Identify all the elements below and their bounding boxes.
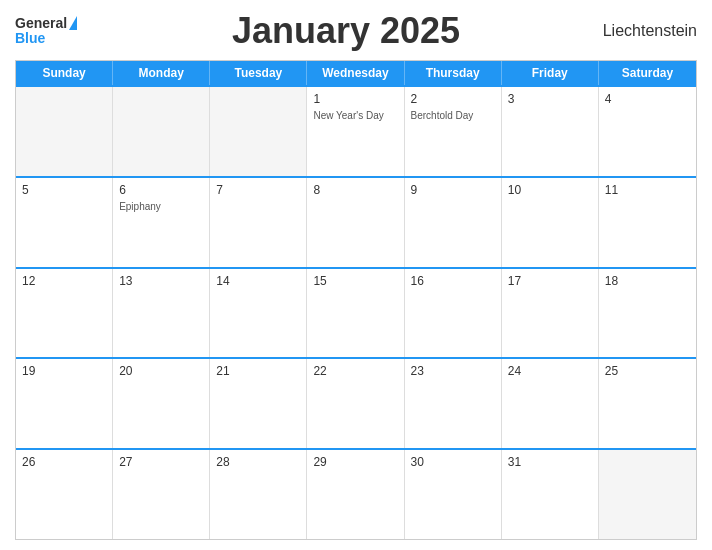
day-number: 23 [411,364,495,378]
day-number: 3 [508,92,592,106]
day-cell: 14 [210,269,307,358]
day-cell [210,87,307,176]
day-cell [113,87,210,176]
day-headers: SundayMondayTuesdayWednesdayThursdayFrid… [16,61,696,85]
day-cell: 4 [599,87,696,176]
day-cell: 27 [113,450,210,539]
logo-triangle-icon [69,16,77,30]
week-row-5: 262728293031 [16,448,696,539]
day-cell: 23 [405,359,502,448]
day-cell: 31 [502,450,599,539]
day-number: 7 [216,183,300,197]
day-cell: 21 [210,359,307,448]
day-cell: 6Epiphany [113,178,210,267]
day-number: 8 [313,183,397,197]
day-number: 14 [216,274,300,288]
day-number: 2 [411,92,495,106]
day-cell: 5 [16,178,113,267]
day-number: 17 [508,274,592,288]
day-cell [16,87,113,176]
day-cell: 25 [599,359,696,448]
day-number: 10 [508,183,592,197]
day-header-thursday: Thursday [405,61,502,85]
day-number: 18 [605,274,690,288]
weeks-container: 1New Year's Day2Berchtold Day3456Epiphan… [16,85,696,539]
day-cell: 22 [307,359,404,448]
day-header-sunday: Sunday [16,61,113,85]
day-number: 24 [508,364,592,378]
day-cell: 1New Year's Day [307,87,404,176]
country-label: Liechtenstein [597,22,697,40]
day-number: 25 [605,364,690,378]
logo-blue: Blue [15,31,45,46]
day-number: 4 [605,92,690,106]
day-header-tuesday: Tuesday [210,61,307,85]
day-cell: 17 [502,269,599,358]
calendar-container: General Blue January 2025 Liechtenstein … [0,0,712,550]
day-cell: 9 [405,178,502,267]
week-row-4: 19202122232425 [16,357,696,448]
day-number: 11 [605,183,690,197]
day-cell: 20 [113,359,210,448]
day-number: 5 [22,183,106,197]
day-number: 12 [22,274,106,288]
day-cell: 13 [113,269,210,358]
day-cell: 19 [16,359,113,448]
day-number: 15 [313,274,397,288]
day-cell: 24 [502,359,599,448]
day-number: 21 [216,364,300,378]
day-cell: 3 [502,87,599,176]
day-number: 19 [22,364,106,378]
header: General Blue January 2025 Liechtenstein [15,10,697,52]
day-cell: 2Berchtold Day [405,87,502,176]
day-number: 20 [119,364,203,378]
day-event: New Year's Day [313,110,397,121]
day-cell: 30 [405,450,502,539]
day-number: 6 [119,183,203,197]
day-number: 27 [119,455,203,469]
day-header-friday: Friday [502,61,599,85]
day-cell: 29 [307,450,404,539]
day-header-monday: Monday [113,61,210,85]
day-cell: 18 [599,269,696,358]
week-row-1: 1New Year's Day2Berchtold Day34 [16,85,696,176]
day-number: 22 [313,364,397,378]
day-cell: 11 [599,178,696,267]
day-cell [599,450,696,539]
day-number: 30 [411,455,495,469]
day-cell: 15 [307,269,404,358]
calendar-grid: SundayMondayTuesdayWednesdayThursdayFrid… [15,60,697,540]
day-number: 31 [508,455,592,469]
day-cell: 26 [16,450,113,539]
day-cell: 28 [210,450,307,539]
day-number: 26 [22,455,106,469]
day-number: 9 [411,183,495,197]
week-row-2: 56Epiphany7891011 [16,176,696,267]
day-number: 29 [313,455,397,469]
day-number: 13 [119,274,203,288]
month-title: January 2025 [95,10,597,52]
day-cell: 8 [307,178,404,267]
logo-general: General [15,16,67,31]
day-cell: 16 [405,269,502,358]
day-number: 1 [313,92,397,106]
logo: General Blue [15,16,95,47]
day-event: Berchtold Day [411,110,495,121]
day-cell: 10 [502,178,599,267]
day-header-wednesday: Wednesday [307,61,404,85]
day-header-saturday: Saturday [599,61,696,85]
day-number: 16 [411,274,495,288]
day-event: Epiphany [119,201,203,212]
day-number: 28 [216,455,300,469]
week-row-3: 12131415161718 [16,267,696,358]
day-cell: 7 [210,178,307,267]
day-cell: 12 [16,269,113,358]
